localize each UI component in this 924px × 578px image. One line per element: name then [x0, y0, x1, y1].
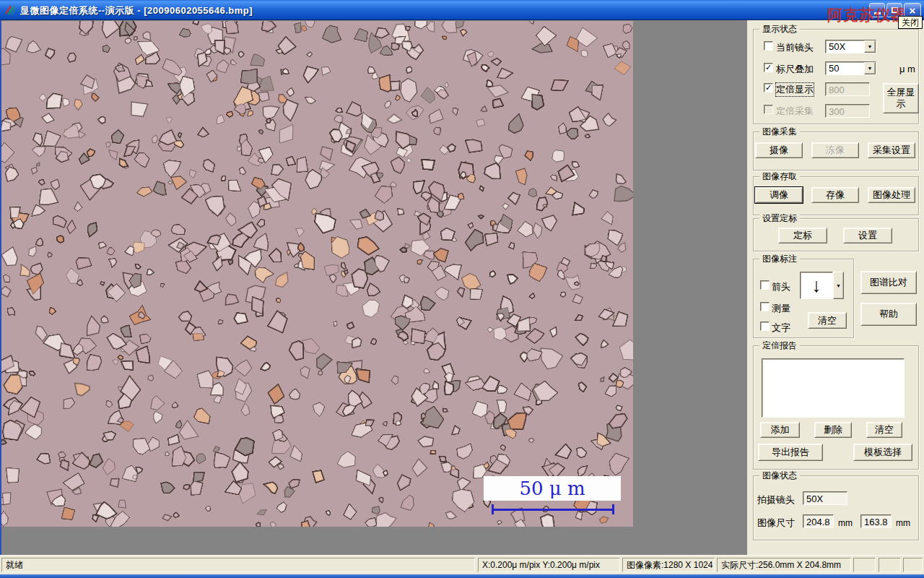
calibration-setup-button[interactable]: 设置: [843, 228, 892, 243]
checkbox-text[interactable]: [760, 322, 770, 331]
ruler-overlay-label: 标尺叠加: [776, 63, 814, 76]
width-unit-label: mm: [838, 518, 853, 528]
capture-button[interactable]: 摄像: [755, 142, 803, 158]
checkbox-ruler-overlay[interactable]: ✓: [764, 63, 773, 72]
help-button[interactable]: 帮助: [860, 303, 917, 326]
template-select-button[interactable]: 模板选择: [853, 444, 912, 461]
chevron-down-icon[interactable]: ▼: [864, 40, 876, 53]
status-actual-size: 实际尺寸:256.0mm X 204.8mm: [717, 558, 851, 572]
fixed-capture-value-field: 300: [825, 104, 870, 118]
checkbox-measure[interactable]: [760, 302, 770, 311]
close-tooltip: 关闭: [898, 16, 923, 29]
arrow-label: 箭头: [772, 280, 790, 293]
status-pixel-scale: X:0.200μ m/pix Y:0.200μ m/pix: [478, 558, 620, 572]
checkbox-arrow[interactable]: [760, 280, 770, 290]
shooting-lens-field[interactable]: 50X: [803, 491, 847, 505]
window-bottom-frame: [0, 574, 924, 578]
report-listbox[interactable]: [762, 358, 905, 418]
status-empty-panel: [853, 558, 876, 572]
scalebar-line: [492, 509, 614, 511]
acquisition-settings-button[interactable]: 采集设置: [868, 142, 915, 158]
image-viewport: 50 μ m: [0, 20, 747, 555]
save-image-button[interactable]: 存像: [811, 187, 859, 203]
measure-label: 测量: [772, 302, 790, 315]
micrograph-image: [1, 21, 633, 527]
text-label: 文字: [772, 322, 790, 335]
checkbox-current-lens[interactable]: [764, 41, 773, 51]
checkbox-fixed-display[interactable]: ✓: [764, 83, 773, 92]
annotation-clear-button[interactable]: 清空: [808, 312, 847, 329]
image-size-label: 图像尺寸: [757, 517, 795, 530]
group-title: 图像存取: [759, 171, 800, 181]
fullscreen-button[interactable]: 全屏显示: [883, 83, 919, 113]
ruler-value-combo[interactable]: 50 ▼: [825, 61, 876, 75]
fixed-display-value-field: 800: [825, 82, 870, 96]
image-height-field[interactable]: 163.8: [860, 514, 892, 528]
statusbar: 就绪 X:0.200μ m/pix Y:0.200μ m/pix 图像像素:12…: [0, 555, 924, 574]
calibrate-button[interactable]: 定标: [778, 228, 827, 243]
scalebar-label: 50 μ m: [519, 478, 585, 499]
freeze-button: 冻像: [811, 142, 859, 158]
checkbox-fixed-capture: [764, 105, 773, 114]
group-title: 定倍报告: [759, 340, 800, 350]
fixed-display-label: 定倍显示: [776, 83, 814, 96]
combo-value: 50: [826, 63, 864, 74]
chevron-down-icon[interactable]: ▼: [864, 62, 876, 74]
combo-value: 50X: [826, 41, 864, 52]
atlas-compare-button[interactable]: 图谱比对: [860, 271, 917, 294]
current-lens-label: 当前镜头: [776, 41, 814, 54]
export-report-button[interactable]: 导出报告: [758, 444, 823, 461]
check-icon: ✓: [765, 64, 772, 72]
group-title: 设置定标: [759, 213, 800, 223]
load-image-button[interactable]: 调像: [755, 187, 803, 203]
arrow-style-combo[interactable]: ↓ ▼: [800, 272, 844, 299]
report-clear-button[interactable]: 清空: [866, 422, 902, 438]
shooting-lens-label: 拍摄镜头: [757, 493, 795, 506]
report-delete-button[interactable]: 删除: [814, 422, 852, 438]
scalebar-box: 50 μ m: [484, 476, 621, 501]
close-icon: ×: [910, 5, 916, 16]
report-add-button[interactable]: 添加: [760, 422, 800, 438]
fixed-capture-label: 定倍采集: [776, 105, 814, 118]
group-title: 图像状态: [759, 470, 800, 480]
image-width-field[interactable]: 204.8: [803, 514, 834, 528]
group-title: 图像标注: [759, 254, 800, 264]
arrow-preview: ↓: [800, 272, 833, 299]
status-ready: 就绪: [1, 558, 475, 572]
group-image-status: 图像状态: [753, 475, 919, 540]
status-empty-panel: [903, 558, 923, 572]
current-lens-combo[interactable]: 50X ▼: [825, 40, 876, 53]
group-title: 图像采集: [759, 126, 800, 137]
app-icon: [4, 4, 17, 16]
control-panel: 显示状态 当前镜头 50X ▼ ✓ 标尺叠加 50 ▼ μ m ✓ 定倍显示 8…: [747, 20, 924, 555]
group-title: 显示状态: [759, 24, 800, 34]
watermark-text: 阿克苏仪器: [827, 5, 907, 25]
titlebar[interactable]: 显微图像定倍系统--演示版 - [20090602055646.bmp] ×: [0, 0, 924, 20]
window-title: 显微图像定倍系统--演示版 - [20090602055646.bmp]: [20, 4, 253, 17]
status-image-pixels: 图像像素:1280 X 1024: [622, 558, 715, 572]
arrow-down-icon: ↓: [811, 276, 821, 296]
image-process-button[interactable]: 图像处理: [868, 187, 915, 203]
ruler-unit-label: μ m: [899, 64, 915, 74]
height-unit-label: mm: [896, 518, 910, 528]
status-empty-panel: [879, 558, 901, 572]
check-icon: ✓: [765, 84, 772, 92]
chevron-down-icon[interactable]: ▼: [833, 272, 844, 299]
